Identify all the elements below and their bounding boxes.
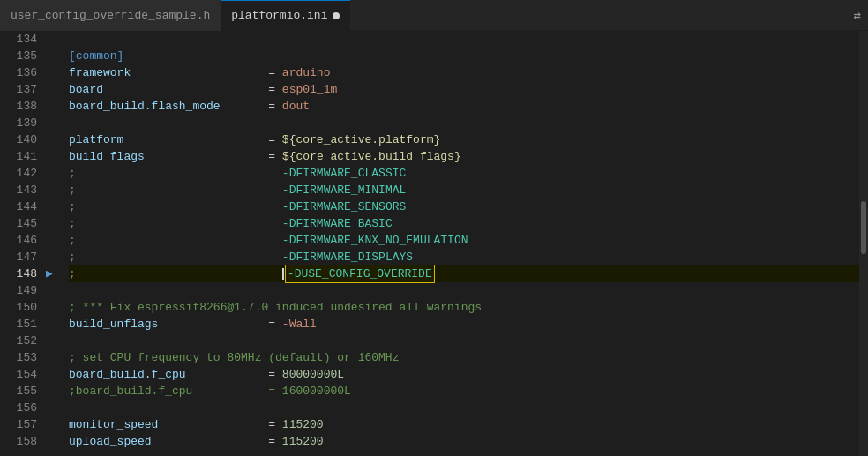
semi-145: ;	[69, 215, 76, 232]
eq-158: =	[268, 433, 282, 450]
code-line-136: framework = arduino	[69, 64, 859, 81]
val-build-flags-var: ${core_active.build_flags}	[282, 148, 461, 165]
line-num-137: 137	[0, 81, 37, 98]
val-esp01: esp01_1m	[282, 81, 337, 98]
comment-153: ; set CPU frequency to 80MHz (default) o…	[69, 349, 399, 366]
line-num-134: 134	[0, 31, 37, 48]
tab-header-file[interactable]: user_config_override_sample.h	[0, 0, 221, 31]
val-dout: dout	[282, 98, 310, 115]
ini-tab-label: platformio.ini	[231, 9, 327, 22]
line-num-155: 155	[0, 383, 37, 400]
code-area[interactable]: [common] framework = arduino board = esp…	[62, 31, 859, 456]
key-monitor-speed: monitor_speed	[69, 416, 158, 433]
line-num-151: 151	[0, 316, 37, 333]
code-line-141: build_flags = ${core_active.build_flags}	[69, 148, 859, 165]
code-line-150: ; *** Fix espressif8266@1.7.0 induced un…	[69, 299, 859, 316]
code-line-149	[69, 282, 859, 299]
val-wall: -Wall	[282, 316, 317, 333]
gutter-151	[46, 316, 62, 333]
gutter-157	[46, 416, 62, 433]
key-build-flags: build_flags	[69, 148, 145, 165]
gutter-134	[46, 31, 62, 48]
key-f-cpu: board_build.f_cpu	[69, 366, 186, 383]
line-num-144: 144	[0, 198, 37, 215]
spaces-151a	[158, 316, 268, 333]
key-build-unflags: build_unflags	[69, 316, 158, 333]
line-num-154: 154	[0, 366, 37, 383]
gutter-147	[46, 249, 62, 265]
val-115200-monitor: 115200	[282, 416, 324, 433]
gutter-137	[46, 81, 62, 98]
gutter-136	[46, 64, 62, 81]
eq-154: =	[268, 366, 282, 383]
editor: user_config_override_sample.h platformio…	[0, 0, 868, 456]
code-line-135: [common]	[69, 48, 859, 64]
flag-minimal: -DFIRMWARE_MINIMAL	[282, 182, 406, 198]
line-num-143: 143	[0, 182, 37, 198]
key-flash-mode: board_build.flash_mode	[69, 98, 221, 115]
comment-150: ; *** Fix espressif8266@1.7.0 induced un…	[69, 299, 482, 316]
semi-148: ;	[69, 265, 76, 282]
code-line-155: ;board_build.f_cpu = 160000000L	[69, 383, 859, 400]
code-line-138: board_build.flash_mode = dout	[69, 98, 859, 115]
scrollbar-thumb[interactable]	[861, 201, 866, 254]
split-editor-icon[interactable]: ⇄	[854, 8, 861, 23]
code-line-154: board_build.f_cpu = 80000000L	[69, 366, 859, 383]
spaces-148	[76, 265, 282, 282]
comment-155: ;board_build.f_cpu = 160000000L	[69, 383, 351, 400]
spaces-137a	[103, 81, 268, 98]
semi-144: ;	[69, 198, 76, 215]
line-num-148: 148	[0, 265, 37, 282]
vertical-scrollbar[interactable]	[859, 31, 868, 456]
val-115200-upload: 115200	[282, 433, 324, 450]
gutter-155	[46, 383, 62, 400]
gutter-144	[46, 198, 62, 215]
key-board: board	[69, 81, 103, 98]
spaces-140a	[123, 131, 268, 148]
spaces-145	[76, 215, 282, 232]
spaces-136a	[131, 64, 268, 81]
text-cursor	[282, 268, 284, 280]
gutter-158	[46, 433, 62, 450]
code-line-157: monitor_speed = 115200	[69, 416, 859, 433]
val-platform-var: ${core_active.platform}	[282, 131, 440, 148]
line-num-158: 158	[0, 433, 37, 450]
code-line-145: ; -DFIRMWARE_BASIC	[69, 215, 859, 232]
eq-157: =	[268, 416, 282, 433]
line-num-138: 138	[0, 98, 37, 115]
line-num-157: 157	[0, 416, 37, 433]
code-line-148[interactable]: ; -DUSE_CONFIG_OVERRIDE	[69, 265, 859, 282]
line-num-149: 149	[0, 282, 37, 299]
gutter-150	[46, 299, 62, 316]
modified-dot	[333, 12, 340, 19]
key-upload-speed: upload_speed	[69, 433, 152, 450]
line-num-146: 146	[0, 232, 37, 249]
gutter-141	[46, 148, 62, 165]
gutter-143	[46, 182, 62, 198]
tab-ini-file[interactable]: platformio.ini	[221, 0, 350, 31]
gutter-154	[46, 366, 62, 383]
gutter-146	[46, 232, 62, 249]
gutter-145	[46, 215, 62, 232]
section-common: [common]	[69, 48, 123, 64]
spaces-144	[76, 198, 282, 215]
eq-141: =	[268, 148, 282, 165]
code-line-143: ; -DFIRMWARE_MINIMAL	[69, 182, 859, 198]
line-num-139: 139	[0, 115, 37, 131]
code-line-137: board = esp01_1m	[69, 81, 859, 98]
spaces-138a	[221, 98, 269, 115]
code-line-147: ; -DFIRMWARE_DISPLAYS	[69, 249, 859, 265]
code-line-146: ; -DFIRMWARE_KNX_NO_EMULATION	[69, 232, 859, 249]
semi-146: ;	[69, 232, 76, 249]
line-num-147: 147	[0, 249, 37, 265]
flag-override: -DUSE_CONFIG_OVERRIDE	[288, 267, 432, 280]
line-num-136: 136	[0, 64, 37, 81]
gutter-156	[46, 400, 62, 416]
line-num-142: 142	[0, 165, 37, 182]
key-platform: platform	[69, 131, 123, 148]
spaces-141a	[145, 148, 268, 165]
code-line-151: build_unflags = -Wall	[69, 316, 859, 333]
line-num-141: 141	[0, 148, 37, 165]
tab-bar: user_config_override_sample.h platformio…	[0, 0, 868, 31]
highlighted-flag-override: -DUSE_CONFIG_OVERRIDE	[285, 265, 435, 283]
